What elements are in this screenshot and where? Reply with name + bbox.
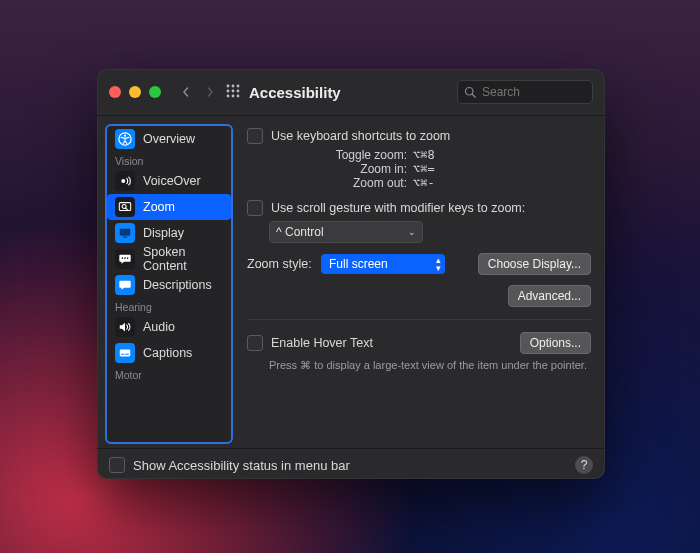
- menubar-status-checkbox[interactable]: [109, 457, 125, 473]
- svg-rect-23: [121, 354, 125, 355]
- hover-options-button[interactable]: Options...: [520, 332, 591, 354]
- svg-point-4: [232, 89, 235, 92]
- svg-rect-22: [120, 350, 131, 357]
- svg-point-12: [124, 135, 126, 137]
- show-all-button[interactable]: [225, 83, 241, 102]
- svg-rect-24: [125, 354, 129, 355]
- zoom-window-button[interactable]: [149, 86, 161, 98]
- svg-point-5: [237, 89, 240, 92]
- sidebar-item-label: Descriptions: [143, 278, 212, 292]
- sidebar-item-display[interactable]: Display: [107, 220, 231, 246]
- kb-shortcuts-checkbox[interactable]: [247, 128, 263, 144]
- captions-icon: [115, 343, 135, 363]
- kb-shortcuts-option[interactable]: Use keyboard shortcuts to zoom: [247, 128, 591, 144]
- modifier-key-value: ^ Control: [276, 225, 324, 239]
- kb-shortcuts-label: Use keyboard shortcuts to zoom: [271, 129, 450, 143]
- svg-point-7: [232, 94, 235, 97]
- svg-point-3: [227, 89, 230, 92]
- svg-point-20: [124, 257, 126, 259]
- sidebar-section-hearing: Hearing: [107, 298, 231, 314]
- sidebar-item-label: VoiceOver: [143, 174, 201, 188]
- svg-point-6: [227, 94, 230, 97]
- scroll-gesture-label: Use scroll gesture with modifier keys to…: [271, 201, 525, 215]
- chevron-down-icon: ⌄: [408, 227, 416, 237]
- sidebar: Overview Vision VoiceOver Zoom: [97, 116, 233, 448]
- sidebar-item-label: Overview: [143, 132, 195, 146]
- zoom-style-select[interactable]: Full screen ▴▾: [321, 254, 445, 274]
- divider: [247, 319, 591, 320]
- main-panel: Use keyboard shortcuts to zoom Toggle zo…: [233, 116, 605, 448]
- svg-line-16: [126, 208, 128, 210]
- minimize-window-button[interactable]: [129, 86, 141, 98]
- hover-text-checkbox[interactable]: [247, 335, 263, 351]
- voiceover-icon: [115, 171, 135, 191]
- speaker-icon: [115, 317, 135, 337]
- kb-shortcuts-list: Toggle zoom:⌥⌘8 Zoom in:⌥⌘= Zoom out:⌥⌘-: [269, 148, 591, 190]
- speech-bubble-icon: [115, 249, 135, 269]
- svg-point-2: [237, 84, 240, 87]
- sidebar-section-motor: Motor: [107, 366, 231, 382]
- sidebar-item-captions[interactable]: Captions: [107, 340, 231, 366]
- svg-rect-14: [119, 203, 130, 211]
- sidebar-item-voiceover[interactable]: VoiceOver: [107, 168, 231, 194]
- window-footer: Show Accessibility status in menu bar ?: [97, 448, 605, 481]
- zoom-style-label: Zoom style:: [247, 257, 321, 271]
- zoom-style-value: Full screen: [329, 257, 388, 271]
- sidebar-item-label: Zoom: [143, 200, 175, 214]
- sidebar-item-label: Display: [143, 226, 184, 240]
- traffic-lights: [109, 86, 161, 98]
- hover-text-label: Enable Hover Text: [271, 336, 373, 350]
- sidebar-item-spoken-content[interactable]: Spoken Content: [107, 246, 231, 272]
- sidebar-item-descriptions[interactable]: Descriptions: [107, 272, 231, 298]
- svg-point-19: [122, 257, 124, 259]
- hover-text-hint: Press ⌘ to display a large-text view of …: [269, 359, 591, 372]
- sidebar-list[interactable]: Overview Vision VoiceOver Zoom: [105, 124, 233, 444]
- search-input[interactable]: [480, 84, 574, 100]
- svg-point-8: [237, 94, 240, 97]
- descriptions-icon: [115, 275, 135, 295]
- sidebar-item-label: Spoken Content: [143, 245, 223, 273]
- display-icon: [115, 223, 135, 243]
- svg-rect-18: [123, 237, 127, 238]
- accessibility-icon: [115, 129, 135, 149]
- sidebar-item-overview[interactable]: Overview: [107, 126, 231, 152]
- sidebar-section-vision: Vision: [107, 152, 231, 168]
- scroll-gesture-option[interactable]: Use scroll gesture with modifier keys to…: [247, 200, 591, 216]
- modifier-key-select[interactable]: ^ Control ⌄: [269, 221, 423, 243]
- menubar-status-label: Show Accessibility status in menu bar: [133, 458, 350, 473]
- forward-button[interactable]: [199, 81, 221, 103]
- search-icon: [464, 86, 476, 98]
- svg-point-13: [121, 179, 125, 183]
- choose-display-button[interactable]: Choose Display...: [478, 253, 591, 275]
- sidebar-item-zoom[interactable]: Zoom: [107, 194, 231, 220]
- svg-point-0: [227, 84, 230, 87]
- svg-point-21: [127, 257, 129, 259]
- updown-arrows-icon: ▴▾: [430, 256, 441, 272]
- svg-point-1: [232, 84, 235, 87]
- back-button[interactable]: [175, 81, 197, 103]
- advanced-button[interactable]: Advanced...: [508, 285, 591, 307]
- zoom-icon: [115, 197, 135, 217]
- sidebar-item-label: Audio: [143, 320, 175, 334]
- help-button[interactable]: ?: [575, 456, 593, 474]
- sidebar-item-label: Captions: [143, 346, 192, 360]
- window-title: Accessibility: [249, 84, 341, 101]
- search-field[interactable]: [457, 80, 593, 104]
- prefs-window: Accessibility Overview Vision: [97, 69, 605, 479]
- window-toolbar: Accessibility: [97, 69, 605, 116]
- svg-line-10: [472, 94, 475, 97]
- svg-rect-17: [120, 229, 131, 236]
- close-window-button[interactable]: [109, 86, 121, 98]
- scroll-gesture-checkbox[interactable]: [247, 200, 263, 216]
- sidebar-item-audio[interactable]: Audio: [107, 314, 231, 340]
